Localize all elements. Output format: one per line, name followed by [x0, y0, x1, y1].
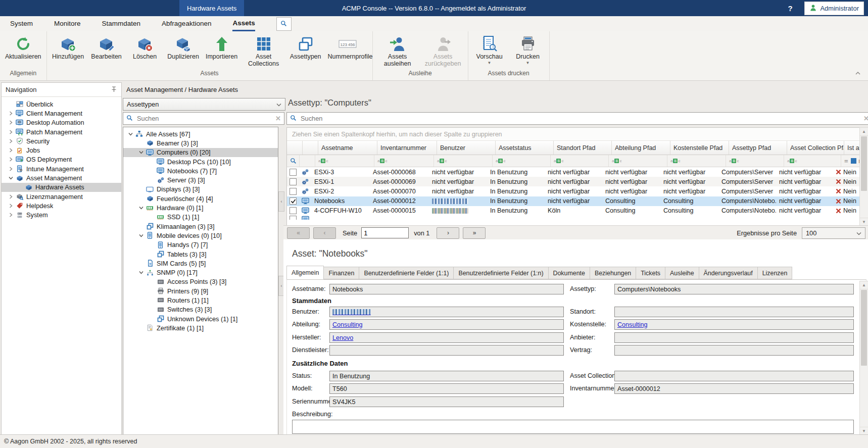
filter-cell[interactable]: aBc — [784, 155, 841, 167]
field-value-vertrag[interactable] — [614, 345, 854, 356]
nav-item-patch-management[interactable]: Patch Management — [2, 127, 121, 136]
column-header-inventarnummer[interactable]: Inventarnummer — [377, 141, 437, 155]
text-filter-icon[interactable]: aBc — [554, 159, 563, 163]
field-value-dienstleister[interactable] — [329, 345, 564, 356]
assettype-handys-7-7[interactable]: Handys (7) [7] — [123, 240, 278, 250]
table-row-4-coffuh-w10[interactable]: 4-COFFUH-W10Asset-0000015In BenutzungKöl… — [287, 206, 859, 216]
assettype-snmp-0-17[interactable]: SNMP (0) [17] — [123, 268, 278, 277]
nav-item-hardware-assets[interactable]: Hardware Assets — [2, 183, 121, 192]
assettype-ssd-1-1[interactable]: SSD (1) [1] — [123, 213, 278, 222]
user-chip[interactable]: Administrator — [804, 2, 864, 15]
field-value-seriennummer[interactable]: SV4JK5 — [329, 396, 564, 407]
menu-assets[interactable]: Assets — [232, 16, 255, 31]
assettype-alle-assets-67[interactable]: Alle Assets [67] — [123, 129, 278, 138]
chevron-right-icon[interactable] — [7, 120, 15, 125]
prev-page-button[interactable]: ‹ — [313, 227, 336, 239]
filter-cell[interactable]: aBc — [315, 155, 374, 167]
group-by-hint[interactable]: Ziehen Sie einen Spaltenkopf hierhin, um… — [287, 128, 859, 141]
menu-stammdaten[interactable]: Stammdaten — [102, 16, 141, 31]
field-value-modell[interactable]: T560 — [329, 383, 564, 394]
text-filter-icon[interactable]: aBc — [318, 159, 328, 163]
field-value-assetname[interactable]: Notebooks — [329, 284, 564, 294]
nummernprofile-button[interactable]: 123 456Nummernprofile — [325, 33, 370, 61]
tab-finanzen[interactable]: Finanzen — [324, 267, 359, 279]
document-tab[interactable]: Hardware Assets — [179, 0, 244, 16]
table-row-partial[interactable] — [287, 216, 859, 220]
tab-änderungsverlauf[interactable]: Änderungsverlauf — [699, 267, 758, 279]
chevron-right-icon[interactable] — [7, 148, 15, 153]
next-page-button[interactable]: › — [437, 227, 459, 239]
nav-item-system[interactable]: System — [2, 211, 121, 220]
chevron-down-icon[interactable] — [137, 150, 145, 155]
row-checkbox[interactable] — [290, 178, 297, 185]
pin-icon[interactable] — [111, 86, 117, 94]
assettype-sim-cards-5-5[interactable]: SIM Cards (5) [5] — [123, 259, 278, 268]
nav-item-jobs[interactable]: Jobs — [2, 145, 121, 155]
nav-item-security[interactable]: Security — [2, 136, 121, 145]
assettype-switches-3-3[interactable]: Switches (3) [3] — [123, 305, 278, 314]
field-value-inventarnummer[interactable]: Asset-0000012 — [614, 383, 854, 394]
field-value-abteilung[interactable]: Consulting — [329, 319, 564, 330]
filter-cell[interactable]: aBc — [551, 155, 609, 167]
column-header-standort-pfad[interactable]: Standort Pfad — [554, 141, 612, 155]
filter-cell-ist-ausgeliehen[interactable]: =nicht verf... — [841, 155, 860, 167]
duplizieren-button[interactable]: Duplizieren — [164, 33, 203, 61]
vorschau-button[interactable]: Vorschau▼ — [470, 33, 509, 67]
abteilung-link[interactable]: Consulting — [332, 321, 363, 328]
table-row-esxi-1[interactable]: ESXi-1Asset-0000069nicht verfügbarIn Ben… — [287, 177, 859, 186]
row-checkbox[interactable] — [290, 169, 297, 176]
detail-scrollbar[interactable]: ▲ ▼ — [859, 281, 868, 435]
select-all-header[interactable] — [287, 141, 303, 155]
asset-list-search[interactable]: ✕ — [286, 112, 868, 125]
column-header-assettyp-pfad[interactable]: Assettyp Pfad — [729, 141, 787, 155]
asset-list-search-input[interactable] — [300, 114, 860, 123]
drucken-button[interactable]: Drucken▼ — [509, 33, 547, 67]
nav-item-asset-management[interactable]: Asset Management — [2, 173, 121, 182]
field-value-hersteller[interactable]: Lenovo — [329, 332, 564, 343]
kostenstelle-link[interactable]: Consulting — [617, 321, 648, 328]
filter-cell[interactable]: aBc — [667, 155, 726, 167]
chevron-right-icon[interactable] — [7, 213, 15, 217]
menu-abfrageaktionen[interactable]: Abfrageaktionen — [162, 16, 211, 31]
tab-allgemein[interactable]: Allgemein — [286, 266, 324, 279]
table-row-notebooks[interactable]: NotebooksAsset-0000012In Benutzungnicht … — [287, 196, 859, 206]
nav-item-helpdesk[interactable]: Helpdesk — [2, 201, 121, 210]
assettype-printers-9-9[interactable]: Printers (9) [9] — [123, 286, 278, 295]
text-filter-icon[interactable]: aBc — [377, 159, 387, 163]
asset-tree-search[interactable]: ✕ — [123, 112, 284, 125]
field-value-status[interactable]: In Benutzung — [329, 371, 564, 381]
text-filter-icon[interactable]: aBc — [612, 159, 621, 163]
tab-dokumente[interactable]: Dokumente — [549, 267, 590, 279]
column-header-kostenstelle-pfad[interactable]: Kostenstelle Pfad — [670, 141, 729, 155]
bearbeiten-button[interactable]: Bearbeiten — [87, 33, 126, 61]
text-filter-icon[interactable]: aBc — [729, 159, 739, 163]
field-value-benutzer[interactable] — [329, 307, 564, 317]
filter-cell[interactable]: aBc — [726, 155, 784, 167]
column-header-asset-collection-pfad[interactable]: Asset Collection Pfad — [787, 141, 844, 155]
column-header-ist-ausgeliehen[interactable]: Ist ausgeliehen — [844, 141, 860, 155]
filter-cell[interactable]: aBc — [434, 155, 493, 167]
last-page-button[interactable]: » — [463, 227, 486, 239]
beschreibung-textarea[interactable] — [292, 420, 854, 434]
panel-splitter[interactable]: ‹ ‹ — [278, 98, 283, 434]
nav-item-lizenzmanagement[interactable]: Lizenzmanagement — [2, 192, 121, 201]
row-checkbox[interactable] — [290, 188, 297, 195]
assets-ausleihen-button[interactable]: Assets ausleihen — [375, 33, 420, 68]
field-value-assettyp[interactable]: Computers\Notebooks — [614, 284, 854, 294]
filter-cell[interactable]: aBc — [609, 155, 667, 167]
chevron-right-icon[interactable] — [7, 139, 15, 143]
text-filter-icon[interactable]: aBc — [496, 159, 505, 163]
assettypen-button[interactable]: Assettypen — [286, 33, 325, 61]
per-page-select[interactable]: 100 — [802, 227, 865, 239]
tab-tickets[interactable]: Tickets — [636, 267, 665, 279]
menu-system[interactable]: System — [10, 16, 33, 31]
chevron-right-icon[interactable] — [7, 111, 15, 116]
table-scrollbar[interactable]: ▲ ▼ — [859, 127, 868, 226]
assettype-server-3-3[interactable]: Server (3) [3] — [123, 175, 278, 184]
chevron-right-icon[interactable] — [7, 204, 15, 208]
asset-collections-button[interactable]: Asset Collections — [241, 33, 286, 68]
nav-item-intune-management[interactable]: Intune Management — [2, 164, 121, 173]
assettypen-dropdown[interactable]: Assettypen — [123, 98, 285, 111]
tab-lizenzen[interactable]: Lizenzen — [758, 267, 793, 279]
assettype-beamer-3-3[interactable]: Beamer (3) [3] — [123, 138, 278, 147]
